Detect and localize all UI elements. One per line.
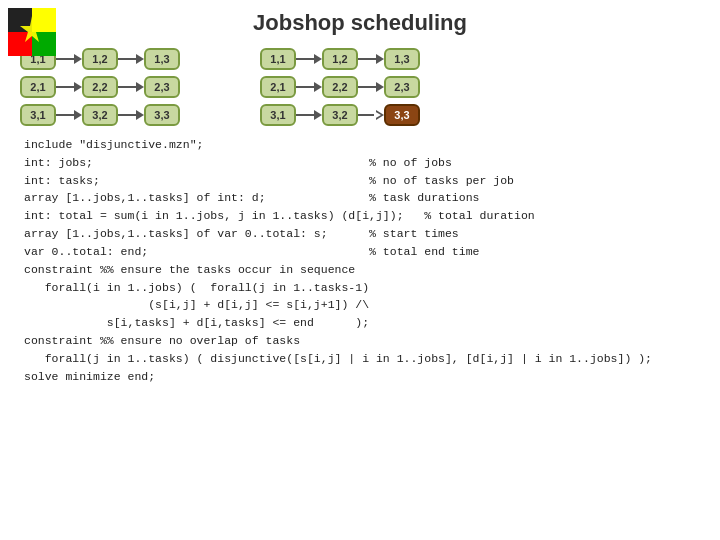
right-arrow-1-1 [296,54,322,64]
right-diagram-row-3: 3,1 3,2 3,3 [260,104,420,126]
right-box-2-3: 2,3 [384,76,420,98]
left-diagram-row-2: 2,1 2,2 2,3 [20,76,180,98]
code-line-9: forall(i in 1..jobs) ( forall(j in 1..ta… [24,279,710,297]
logo-icon [8,8,56,56]
code-line-3: int: tasks; % no of tasks per job [24,172,710,190]
left-box-1-2: 1,2 [82,48,118,70]
code-line-13: forall(j in 1..tasks) ( disjunctive([s[i… [24,350,710,368]
left-box-3-2: 3,2 [82,104,118,126]
right-box-1-1: 1,1 [260,48,296,70]
left-diagram: 1,1 1,2 1,3 2,1 2,2 2,3 [20,48,180,126]
code-line-4: array [1..jobs,1..tasks] of int: d; % ta… [24,189,710,207]
right-diagram: 1,1 1,2 1,3 2,1 2,2 2,3 [260,48,420,126]
right-diagram-row-2: 2,1 2,2 2,3 [260,76,420,98]
code-line-11: s[i,tasks] + d[i,tasks] <= end ); [24,314,710,332]
arrow-1-1 [56,54,82,64]
code-line-1: include "disjunctive.mzn"; [24,136,710,154]
left-box-2-1: 2,1 [20,76,56,98]
arrow-2-2 [118,82,144,92]
code-line-10: (s[i,j] + d[i,j] <= s[i,j+1]) /\ [24,296,710,314]
arrow-3-1 [56,110,82,120]
right-box-2-1: 2,1 [260,76,296,98]
left-box-3-3: 3,3 [144,104,180,126]
left-diagram-row-3: 3,1 3,2 3,3 [20,104,180,126]
page-title: Jobshop scheduling [10,10,710,36]
right-box-2-2: 2,2 [322,76,358,98]
right-arrow-1-2 [358,54,384,64]
arrow-3-2 [118,110,144,120]
right-arrow-3-1 [296,110,322,120]
code-line-14: solve minimize end; [24,368,710,386]
code-line-2: int: jobs; % no of jobs [24,154,710,172]
right-arrow-2-2 [358,82,384,92]
right-arrow-3-2-open [358,110,384,120]
left-box-3-1: 3,1 [20,104,56,126]
code-block: include "disjunctive.mzn"; int: jobs; % … [24,136,710,385]
code-line-7: var 0..total: end; % total end time [24,243,710,261]
left-box-2-2: 2,2 [82,76,118,98]
right-box-1-3: 1,3 [384,48,420,70]
code-line-12: constraint %% ensure no overlap of tasks [24,332,710,350]
diagrams-container: 1,1 1,2 1,3 2,1 2,2 2,3 [20,48,710,126]
left-box-2-3: 2,3 [144,76,180,98]
right-box-3-2: 3,2 [322,104,358,126]
arrow-1-2 [118,54,144,64]
arrow-2-1 [56,82,82,92]
right-box-3-3-brown: 3,3 [384,104,420,126]
right-diagram-row-1: 1,1 1,2 1,3 [260,48,420,70]
right-box-1-2: 1,2 [322,48,358,70]
right-box-3-1: 3,1 [260,104,296,126]
right-arrow-2-1 [296,82,322,92]
code-line-5: int: total = sum(i in 1..jobs, j in 1..t… [24,207,710,225]
left-box-1-3: 1,3 [144,48,180,70]
code-line-8: constraint %% ensure the tasks occur in … [24,261,710,279]
code-line-6: array [1..jobs,1..tasks] of var 0..total… [24,225,710,243]
